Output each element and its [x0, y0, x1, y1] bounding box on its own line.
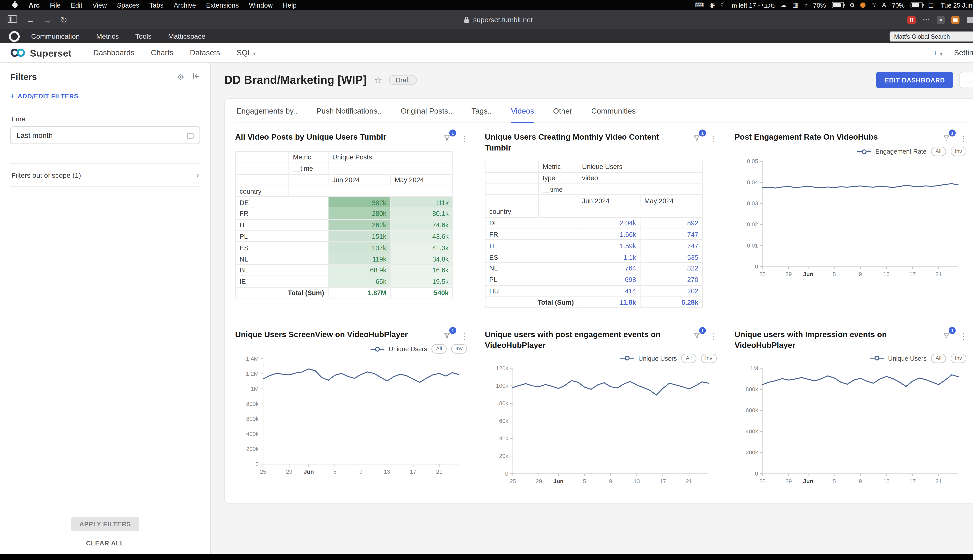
extension-icon-r[interactable]: R [908, 15, 916, 24]
legend-pill-inv[interactable]: Inv [701, 353, 717, 363]
filter-indicator[interactable]: 1 [693, 133, 700, 144]
forward-icon[interactable]: → [43, 15, 51, 24]
legend-pill-inv[interactable]: Inv [950, 353, 966, 363]
add-edit-filters-button[interactable]: + ADD/EDIT FILTERS [10, 92, 200, 100]
clear-all-button[interactable]: CLEAR ALL [86, 540, 124, 547]
filter-funnel-icon[interactable] [943, 135, 950, 142]
menubar-item-edit[interactable]: Edit [66, 2, 87, 9]
menubar-item-arc[interactable]: Arc [23, 2, 45, 9]
menubar-item-view[interactable]: View [87, 2, 112, 9]
workspace-item-metrics[interactable]: Metrics [96, 32, 119, 40]
edit-dashboard-button[interactable]: EDIT DASHBOARD [876, 72, 953, 88]
workspace-logo-icon[interactable] [9, 31, 20, 42]
nav-item-sql[interactable]: SQL ▾ [236, 48, 256, 57]
legend-pill-all[interactable]: All [931, 353, 946, 363]
legend-item[interactable]: Engagement Rate [875, 148, 926, 155]
tab-tags[interactable]: Tags.. [471, 99, 492, 122]
control-center-icon[interactable]: ▤ [928, 2, 934, 8]
pivot-value-cell: 262k [328, 219, 391, 230]
time-filter-select[interactable]: Last month [10, 127, 200, 144]
tab-push-notifications[interactable]: Push Notifications.. [316, 99, 381, 122]
filter-funnel-icon[interactable] [443, 135, 450, 142]
chart-menu-kebab[interactable]: ⋮ [460, 332, 468, 340]
filters-out-of-scope[interactable]: Filters out of scope (1) › [10, 163, 200, 187]
wifi-icon[interactable]: ≋ [871, 2, 876, 8]
sidebar-toggle-icon[interactable] [8, 15, 17, 25]
favorite-star-icon[interactable]: ☆ [374, 75, 382, 85]
filter-funnel-icon[interactable] [693, 332, 700, 339]
workspace-item-communication[interactable]: Communication [31, 32, 80, 40]
back-icon[interactable]: ← [26, 15, 34, 24]
cloud-icon[interactable]: ☁ [781, 2, 787, 8]
chart-controls: 1⋮ [943, 330, 968, 342]
tab-original-posts[interactable]: Original Posts.. [401, 99, 453, 122]
filter-funnel-icon[interactable] [693, 135, 700, 142]
menubar-timer-text[interactable]: m left 17 - מכבי [732, 2, 775, 8]
menubar-item-tabs[interactable]: Tabs [144, 2, 169, 9]
filter-funnel-icon[interactable] [943, 332, 950, 339]
dashboard-title: DD Brand/Marketing [WIP] [224, 73, 367, 87]
apply-filters-button[interactable]: APPLY FILTERS [71, 517, 139, 532]
menubar-item-spaces[interactable]: Spaces [112, 2, 144, 9]
legend-item[interactable]: Unique Users [638, 355, 677, 362]
workspace-item-matticspace[interactable]: Matticspace [168, 32, 206, 40]
menubar-item-extensions[interactable]: Extensions [201, 2, 244, 9]
chart-menu-kebab[interactable]: ⋮ [460, 134, 468, 143]
apple-menu-icon[interactable] [7, 1, 23, 10]
filter-funnel-icon[interactable] [443, 332, 450, 339]
filters-gear-icon[interactable]: ⚙ [177, 72, 184, 82]
display-icon[interactable]: ◔ [804, 2, 807, 8]
tab-other[interactable]: Other [553, 99, 572, 122]
new-dropdown-button[interactable]: + ▾ [933, 48, 943, 58]
nav-item-charts[interactable]: Charts [151, 48, 173, 57]
chart-menu-kebab[interactable]: ⋮ [710, 134, 718, 143]
nav-item-dashboards[interactable]: Dashboards [93, 48, 134, 57]
settings-menu[interactable]: Settings ▾ [954, 48, 973, 57]
tab-engagements-by[interactable]: Engagements by.. [236, 99, 298, 122]
extension-icon-orange[interactable]: ▣ [951, 15, 960, 24]
extension-icon-gray[interactable]: ● [936, 15, 945, 24]
menubar-item-archive[interactable]: Archive [169, 2, 201, 9]
dashboard-more-button[interactable]: ... [960, 72, 973, 88]
superset-brand[interactable]: Superset [10, 47, 72, 58]
tab-videos[interactable]: Videos [511, 99, 534, 122]
menubar-item-help[interactable]: Help [278, 2, 302, 9]
legend-item[interactable]: Unique Users [389, 345, 427, 353]
filter-indicator[interactable]: 1 [443, 133, 450, 144]
grid-icon[interactable]: ▦ [792, 2, 798, 8]
chart-card: Post Engagement Rate On VideoHubs1⋮Engag… [735, 132, 968, 308]
menubar-item-window[interactable]: Window [244, 2, 278, 9]
svg-text:80k: 80k [499, 400, 508, 407]
tabs-grid-icon[interactable]: ▦ [966, 15, 973, 24]
reload-icon[interactable]: ↻ [60, 15, 67, 24]
pivot-value-cell: 119k [328, 253, 391, 265]
global-search-input[interactable] [889, 31, 973, 42]
legend-item[interactable]: Unique Users [888, 355, 927, 362]
nav-item-datasets[interactable]: Datasets [190, 48, 220, 57]
bluetooth-icon[interactable]: ☾ [721, 2, 726, 8]
chart-menu-kebab[interactable]: ⋮ [960, 134, 968, 143]
address-bar[interactable]: superset.tumblr.net [464, 16, 533, 23]
tab-communities[interactable]: Communities [591, 99, 636, 122]
chart-menu-kebab[interactable]: ⋮ [710, 332, 718, 340]
camera-icon[interactable]: ◉ [709, 2, 715, 8]
filter-indicator[interactable]: 1 [443, 330, 450, 342]
extensions-menu-icon[interactable]: ⋯ [922, 15, 930, 24]
gear-status-icon[interactable]: ⚙ [849, 2, 855, 8]
input-language-icon[interactable]: A [882, 2, 886, 8]
mic-recording-icon[interactable] [861, 3, 866, 8]
keyboard-icon[interactable]: ⌨ [695, 2, 704, 8]
menubar-clock[interactable]: Tue 25 Jun 14:43 [941, 2, 973, 8]
collapse-panel-icon[interactable] [192, 71, 200, 83]
filter-indicator[interactable]: 1 [943, 133, 950, 144]
chart-menu-kebab[interactable]: ⋮ [960, 332, 968, 340]
filter-indicator[interactable]: 1 [943, 330, 950, 342]
workspace-item-tools[interactable]: Tools [135, 32, 152, 40]
legend-pill-all[interactable]: All [431, 344, 446, 354]
menubar-item-file[interactable]: File [45, 2, 66, 9]
legend-pill-inv[interactable]: Inv [950, 147, 966, 156]
legend-pill-all[interactable]: All [681, 353, 696, 363]
filter-indicator[interactable]: 1 [693, 330, 700, 342]
legend-pill-inv[interactable]: Inv [451, 344, 467, 354]
legend-pill-all[interactable]: All [931, 147, 946, 156]
